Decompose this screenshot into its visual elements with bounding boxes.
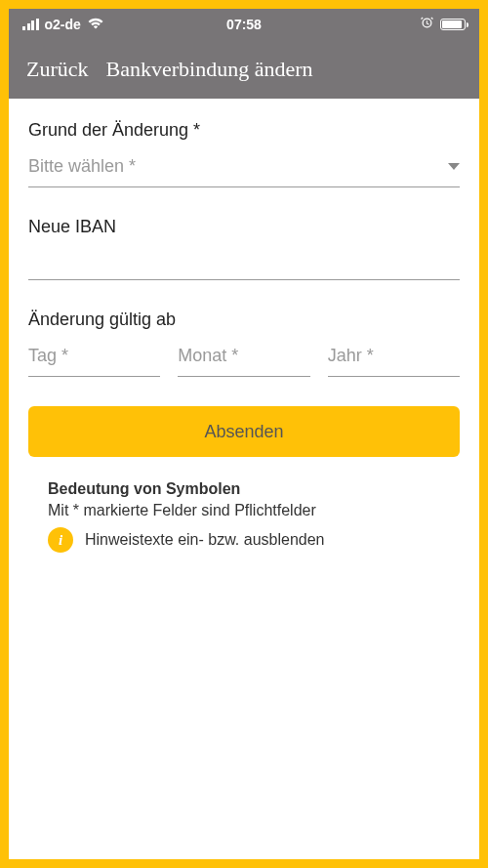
validfrom-label: Änderung gültig ab	[28, 310, 460, 330]
status-bar: o2-de 07:58	[9, 9, 479, 40]
iban-label: Neue IBAN	[28, 217, 460, 237]
legend-info-row: i Hinweistexte ein- bzw. ausblenden	[48, 527, 440, 553]
status-right	[420, 16, 466, 33]
date-row: Tag * Monat * Jahr *	[28, 344, 460, 377]
status-left: o2-de	[22, 17, 104, 32]
day-input[interactable]: Tag *	[28, 344, 160, 377]
month-input[interactable]: Monat *	[178, 344, 309, 377]
info-icon: i	[48, 527, 73, 553]
iban-input[interactable]	[28, 251, 460, 280]
reason-select[interactable]: Bitte wählen *	[28, 154, 460, 187]
app-frame: o2-de 07:58 Zurü	[0, 0, 488, 868]
wifi-icon	[87, 17, 104, 32]
validfrom-section: Änderung gültig ab Tag * Monat * Jahr *	[28, 310, 460, 377]
form-content: Grund der Änderung * Bitte wählen * Neue…	[9, 99, 479, 457]
back-button[interactable]: Zurück	[26, 57, 89, 82]
carrier-label: o2-de	[45, 17, 81, 32]
legend-section: Bedeutung von Symbolen Mit * markierte F…	[9, 457, 479, 553]
legend-required-text: Mit * markierte Felder sind Pflichtfelde…	[48, 502, 440, 519]
phone-screen: o2-de 07:58 Zurü	[9, 9, 479, 859]
iban-section: Neue IBAN	[28, 217, 460, 280]
legend-title: Bedeutung von Symbolen	[48, 480, 440, 498]
signal-icon	[22, 19, 39, 30]
header: Zurück Bankverbindung ändern	[9, 40, 479, 99]
reason-placeholder: Bitte wählen *	[28, 156, 136, 177]
page-title: Bankverbindung ändern	[106, 57, 313, 82]
chevron-down-icon	[448, 163, 460, 170]
alarm-icon	[420, 16, 434, 33]
legend-info-text: Hinweistexte ein- bzw. ausblenden	[85, 531, 324, 549]
reason-label: Grund der Änderung *	[28, 120, 460, 141]
year-input[interactable]: Jahr *	[328, 344, 460, 377]
battery-icon	[440, 19, 466, 30]
reason-section: Grund der Änderung * Bitte wählen *	[28, 120, 460, 187]
submit-button[interactable]: Absenden	[28, 406, 460, 457]
